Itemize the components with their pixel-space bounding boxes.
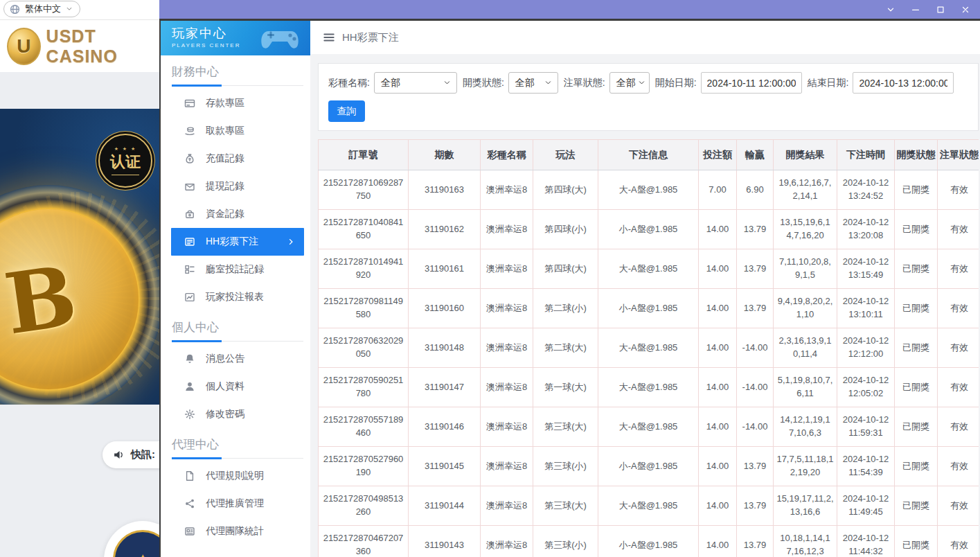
sidebar-item-代理推廣管理[interactable]: 代理推廣管理 [171,490,304,518]
table-cell: 已開獎 [895,407,938,447]
table-cell: 7,11,10,20,8,9,1,5 [774,249,837,289]
table-cell: 2152172870590251780 [319,368,409,407]
window-chevron-button[interactable] [883,3,898,16]
sidebar-item-廳室投註記録[interactable]: 廳室投註記録 [171,256,304,283]
search-button[interactable]: 查詢 [328,100,365,122]
table-cell: 13.79 [737,526,774,557]
end-date-input[interactable] [853,72,954,94]
orders-table: 訂單號期數彩種名稱玩法下注信息投注額輸贏開獎結果下注時間開獎狀態注單狀態 215… [318,139,979,557]
table-cell: 2024-10-12 13:10:11 [837,289,895,328]
table-cell: 第四球(大) [533,170,598,210]
table-row: 215217287055718946031190146澳洲幸运8第三球(大)大-… [319,407,979,447]
screen: 繁体中文 U USDT CASINO B ★ ★ ★ 认证 快訊: ♠ [0,0,980,557]
gamepad-icon [259,26,301,52]
rooms-icon [184,264,195,275]
table-cell: 31190161 [409,249,481,289]
table-cell: 小-A盤@1.985 [598,210,699,249]
table-cell: 31190146 [409,407,481,447]
lottery-name-select[interactable]: 全部 [374,72,457,94]
sidebar-item-充值記錄[interactable]: 充值記錄 [171,145,304,173]
table-cell: 14.00 [699,249,737,289]
report-icon [184,292,195,303]
caret-down-icon [66,6,73,12]
table-cell: 有效 [938,368,979,407]
table-cell: 有效 [938,328,979,368]
table-cell: 9,4,19,8,20,2,1,10 [774,289,837,328]
table-cell: 14,12,1,19,17,10,6,3 [774,407,837,447]
table-cell: 第二球(小) [533,289,598,328]
window-maximize-button[interactable] [933,3,948,16]
lottery-name-label: 彩種名稱: [328,77,370,89]
table-cell: 已開獎 [895,328,938,368]
draw-status-select[interactable]: 全部 [508,72,558,94]
sidebar-item-label: 提現記錄 [206,180,244,193]
sidebar-item-存款專區[interactable]: 存款專區 [171,89,304,117]
table-cell: 澳洲幸运8 [481,526,533,557]
table-cell: 31190160 [409,289,481,328]
table-cell: 13.79 [737,486,774,526]
sidebar-item-資金記錄[interactable]: 資金記錄 [171,200,304,228]
table-cell: 大-A盤@1.985 [598,328,699,368]
table-cell: 澳洲幸运8 [481,447,533,486]
sidebar-item-代理規則說明[interactable]: 代理規則說明 [171,462,304,490]
gear-icon [184,409,195,420]
table-cell: 澳洲幸运8 [481,249,533,289]
table-cell: 31190147 [409,368,481,407]
sidebar-item-玩家投注報表[interactable]: 玩家投注報表 [171,283,304,311]
brand-logo[interactable]: U USDT CASINO [7,26,159,67]
table-cell: -14.00 [737,328,774,368]
table-cell: 有效 [938,407,979,447]
table-cell: 澳洲幸运8 [481,328,533,368]
table-cell: 有效 [938,447,979,486]
table-cell: 已開獎 [895,249,938,289]
sidebar-item-label: 充值記錄 [206,152,244,165]
table-cell: 13.79 [737,249,774,289]
column-header: 投注額 [699,140,737,170]
table-cell: 第四球(小) [533,210,598,249]
table-cell: 有效 [938,170,979,210]
background-site: 繁体中文 U USDT CASINO B ★ ★ ★ 认证 快訊: ♠ [0,0,159,557]
sidebar-item-修改密碼[interactable]: 修改密碼 [171,400,304,428]
table-cell: 19,6,12,16,7,2,14,1 [774,170,837,210]
table-row: 215217287098114958031190160澳洲幸运8第二球(小)小-… [319,289,979,328]
column-header: 開獎狀態 [895,140,938,170]
table-row: 215217287046720736031190143澳洲幸运8第三球(小)小-… [319,526,979,557]
window-minimize-button[interactable] [908,3,923,16]
language-selector[interactable]: 繁体中文 [3,1,80,17]
certified-badge: ★ ★ ★ 认证 [98,134,152,188]
sidebar-item-提現記錄[interactable]: 提現記錄 [171,173,304,200]
table-cell: 15,19,17,11,2,13,16,6 [774,486,837,526]
table-cell: 已開獎 [895,447,938,486]
sidebar-item-個人資料[interactable]: 個人資料 [171,373,304,400]
table-cell: 有效 [938,526,979,557]
sidebar-item-HH彩票下注[interactable]: HH彩票下注 [171,228,304,256]
table-cell: -14.00 [737,407,774,447]
start-date-input[interactable] [701,72,802,94]
window-close-button[interactable] [958,3,973,16]
table-cell: 澳洲幸运8 [481,368,533,407]
main-content: HH彩票下注 彩種名稱: 全部 開獎狀態: 全部 [310,21,980,557]
order-status-select[interactable]: 全部 [609,72,650,94]
badge-text: 认证 [110,152,141,173]
sidebar-item-代理團隊統計[interactable]: 代理團隊統計 [171,518,304,545]
table-cell: 第一球(大) [533,368,598,407]
table-row: 215217287104084165031190162澳洲幸运8第四球(小)小-… [319,210,979,249]
table-cell: 2024-10-12 11:54:39 [837,447,895,486]
table-row: 215217287052796019031190145澳洲幸运8第三球(小)小-… [319,447,979,486]
caret-down-icon [638,79,645,87]
bitcoin-b-glyph: B [0,247,82,353]
bitcoin-banner-image: B ★ ★ ★ 认证 [0,109,159,405]
sidebar-item-label: 代理規則說明 [206,470,264,482]
table-cell: 已開獎 [895,170,938,210]
table-cell: 2024-10-12 11:49:45 [837,486,895,526]
purse-icon [184,209,195,220]
sidebar-item-消息公告[interactable]: 消息公告 [171,345,304,373]
menu-toggle-icon[interactable] [323,31,335,44]
table-cell: 有效 [938,289,979,328]
bell-icon [184,353,195,364]
table-cell: 2024-10-12 11:59:31 [837,407,895,447]
table-cell: 31190144 [409,486,481,526]
sidebar-item-取款專區[interactable]: 取款專區 [171,117,304,145]
sidebar-item-label: HH彩票下注 [206,236,258,248]
page-title: HH彩票下注 [342,31,399,44]
